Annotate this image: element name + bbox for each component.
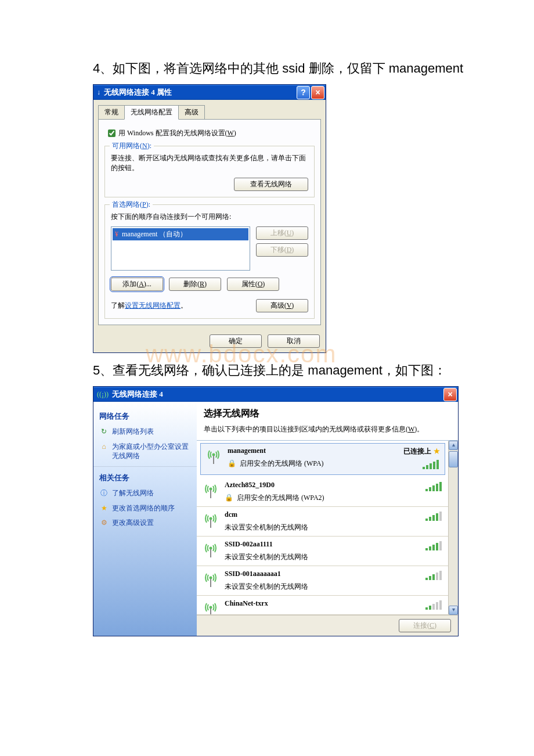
svg-rect-19	[436, 513, 438, 521]
scroll-up-button[interactable]: ▴	[449, 441, 458, 450]
svg-rect-1	[213, 456, 214, 464]
change-order-link[interactable]: ★更改首选网络的顺序	[99, 504, 191, 513]
tab-general[interactable]: 常规	[98, 105, 125, 120]
network-name: SSID-002aa1111	[225, 540, 391, 549]
svg-rect-20	[439, 512, 442, 521]
svg-point-35	[210, 606, 212, 609]
network-item[interactable]: SSID-001aaaaaaa1未设置安全机制的无线网络	[197, 566, 449, 596]
network-item[interactable]: Aztech852_19D0🔒启用安全的无线网络 (WPA2)	[197, 477, 449, 507]
advanced-button[interactable]: 高级(V)	[256, 299, 308, 312]
network-name: ChinaNet-txrx	[225, 599, 391, 608]
group-legend: 可用网络(N):	[110, 141, 154, 151]
main-title: 选择无线网络	[204, 408, 451, 420]
network-item[interactable]: management🔒启用安全的无线网络 (WPA)已连接上★	[200, 443, 445, 475]
refresh-link[interactable]: ↻刷新网络列表	[99, 427, 191, 437]
titlebar[interactable]: ((¡)) 无线网络连接 4 ×	[93, 387, 458, 402]
signal-icon	[423, 459, 440, 471]
svg-rect-33	[436, 573, 438, 580]
connect-button[interactable]: 连接(C)	[399, 619, 451, 632]
setup-link[interactable]: ⌂为家庭或小型办公室设置无线网络	[99, 442, 191, 460]
svg-rect-25	[432, 545, 435, 550]
setup-icon: ⌂	[99, 442, 109, 452]
learn-link[interactable]: 设置无线网络配置	[125, 301, 181, 309]
svg-rect-16	[425, 519, 428, 521]
network-item[interactable]: ChinaNet-txrx	[197, 596, 449, 615]
svg-rect-32	[432, 574, 435, 580]
antenna-icon: ¥	[115, 230, 118, 239]
star-icon: ★	[434, 447, 440, 456]
svg-point-0	[212, 453, 215, 456]
close-button[interactable]: ×	[443, 388, 457, 401]
ok-button[interactable]: 确定	[210, 334, 262, 348]
svg-rect-39	[432, 604, 435, 610]
svg-rect-37	[425, 607, 428, 610]
signal-icon	[425, 540, 443, 553]
svg-rect-34	[439, 571, 442, 580]
sidebar-header: 相关任务	[99, 473, 191, 483]
tabstrip: 常规 无线网络配置 高级	[93, 100, 326, 119]
move-up-button[interactable]: 上移(U)	[256, 226, 308, 240]
antenna-icon	[203, 599, 219, 615]
tab-panel: 用 Windows 配置我的无线网络设置(W) 可用网络(N): 要连接、断开区…	[98, 119, 321, 325]
advanced-settings-link[interactable]: ⚙更改高级设置	[99, 519, 191, 528]
svg-rect-5	[433, 462, 435, 469]
scroll-down-button[interactable]: ▾	[449, 606, 458, 615]
use-windows-checkbox-row[interactable]: 用 Windows 配置我的无线网络设置(W)	[106, 128, 315, 139]
svg-rect-18	[432, 515, 435, 521]
network-name: dcm	[225, 510, 391, 519]
tab-advanced[interactable]: 高级	[178, 105, 205, 120]
lock-icon: 🔒	[225, 494, 233, 502]
scroll-thumb[interactable]	[449, 451, 458, 467]
network-icon: ↓	[97, 88, 100, 97]
learn-wireless-link[interactable]: ⓘ了解无线网络	[99, 489, 191, 498]
main-subtitle: 单击以下列表中的项目以连接到区域内的无线网络或获得更多信息(W)。	[204, 424, 451, 434]
dialog-title: 无线网络连接 4 属性	[104, 87, 295, 98]
sidebar: 网络任务 ↻刷新网络列表 ⌂为家庭或小型办公室设置无线网络 相关任务 ⓘ了解无线…	[93, 402, 197, 636]
svg-rect-22	[210, 549, 211, 557]
preferred-networks-group: 首选网络(P): 按下面的顺序自动连接到一个可用网络: ¥ management…	[104, 204, 315, 319]
network-item[interactable]: SSID-002aa1111未设置安全机制的无线网络	[197, 537, 449, 566]
connected-badge: 已连接上★	[403, 447, 440, 456]
preferred-networks-listbox[interactable]: ¥ management （自动）	[111, 226, 250, 271]
footer: 连接(C)	[197, 615, 458, 636]
remove-button[interactable]: 删除(R)	[169, 278, 221, 291]
titlebar[interactable]: ↓ 无线网络连接 4 属性 ? ×	[93, 85, 326, 100]
network-subtext: 未设置安全机制的无线网络	[225, 552, 391, 562]
svg-rect-3	[426, 465, 428, 469]
antenna-icon	[205, 447, 222, 465]
properties-button[interactable]: 属性(O)	[227, 278, 279, 291]
svg-rect-11	[432, 485, 435, 491]
star-icon: ★	[99, 504, 109, 513]
svg-rect-38	[429, 606, 431, 610]
help-button[interactable]: ?	[297, 86, 310, 99]
svg-rect-29	[210, 579, 211, 587]
tab-wireless[interactable]: 无线网络配置	[124, 105, 179, 120]
move-down-button[interactable]: 下移(D)	[256, 243, 308, 257]
group-legend: 首选网络(P):	[110, 200, 153, 210]
network-item[interactable]: dcm未设置安全机制的无线网络	[197, 507, 449, 537]
svg-rect-31	[429, 576, 431, 580]
cancel-button[interactable]: 取消	[268, 334, 320, 348]
svg-point-21	[210, 547, 212, 550]
svg-rect-27	[439, 541, 442, 550]
main-panel: 选择无线网络 单击以下列表中的项目以连接到区域内的无线网络或获得更多信息(W)。…	[197, 402, 458, 636]
signal-icon	[425, 599, 443, 612]
svg-rect-24	[429, 546, 431, 550]
list-item[interactable]: ¥ management （自动）	[113, 228, 248, 240]
svg-rect-2	[423, 467, 425, 469]
checkbox-label: 用 Windows 配置我的无线网络设置(W)	[118, 128, 236, 138]
svg-rect-6	[436, 460, 439, 469]
svg-rect-8	[210, 490, 211, 498]
svg-rect-10	[429, 487, 431, 491]
add-button[interactable]: 添加(A)...	[111, 278, 163, 291]
svg-point-28	[210, 577, 212, 579]
use-windows-checkbox[interactable]	[108, 129, 116, 137]
svg-rect-36	[210, 609, 211, 615]
wireless-icon: ((¡))	[97, 390, 109, 399]
scrollbar[interactable]: ▴ ▾	[448, 441, 458, 615]
wireless-chooser-dialog: ((¡)) 无线网络连接 4 × 网络任务 ↻刷新网络列表 ⌂为家庭或小型办公室…	[93, 386, 459, 636]
view-networks-button[interactable]: 查看无线网络	[234, 178, 308, 191]
dialog-button-bar: 确定 取消	[93, 330, 326, 352]
svg-rect-23	[425, 548, 428, 550]
close-button[interactable]: ×	[311, 86, 324, 99]
